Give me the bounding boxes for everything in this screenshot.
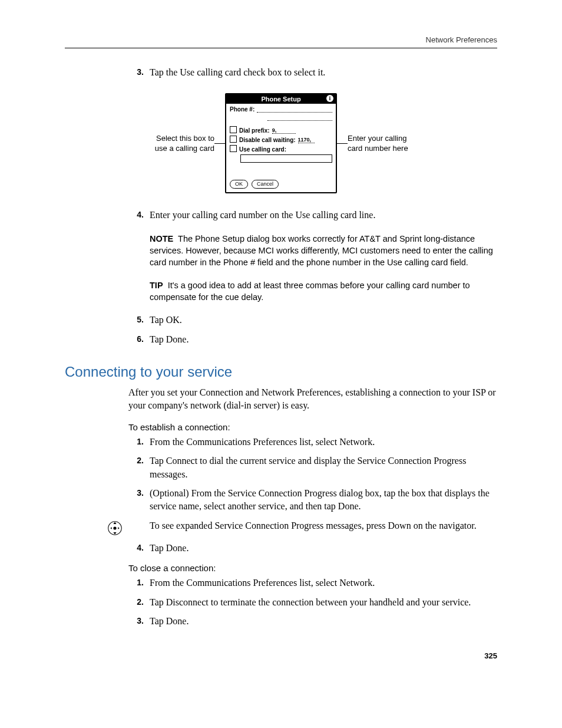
page-number: 325: [65, 651, 497, 660]
step-number: 2.: [128, 454, 150, 481]
calling-card-field[interactable]: [240, 154, 332, 163]
step-number: 3.: [128, 615, 150, 628]
step-item: 3. Tap Done.: [128, 615, 497, 628]
figure: Select this box to use a calling card Ph…: [65, 93, 497, 193]
subsection-heading: To close a connection:: [128, 563, 497, 573]
cancel-button[interactable]: Cancel: [252, 180, 279, 189]
tip-text: It's a good idea to add at least three c…: [150, 281, 470, 302]
step-item: 2. Tap Disconnect to terminate the conne…: [128, 596, 497, 609]
step-number: 5.: [128, 314, 150, 327]
step-item: 6. Tap Done.: [128, 333, 497, 346]
step-list-a: 3. Tap the Use calling card check box to…: [128, 66, 497, 79]
navigator-tip-row: To see expanded Service Connection Progr…: [107, 519, 497, 536]
svg-marker-4: [110, 527, 112, 529]
disable-cw-label: Disable call waiting:: [239, 137, 296, 143]
note-label: NOTE: [150, 234, 173, 243]
dial-prefix-label: Dial prefix:: [239, 127, 270, 134]
step-text: Tap Done.: [150, 615, 497, 628]
svg-marker-3: [113, 532, 116, 534]
running-header: Network Preferences: [65, 35, 497, 44]
svg-marker-2: [113, 522, 116, 523]
step-number: 4.: [128, 542, 150, 555]
phone-number-field-2[interactable]: [267, 114, 332, 121]
step-text: Tap the Use calling card check box to se…: [150, 66, 497, 79]
step-text: From the Communications Preferences list…: [150, 436, 497, 449]
step-text: Tap Done.: [150, 542, 497, 555]
use-card-checkbox[interactable]: [230, 145, 237, 152]
phone-setup-dialog: Phone Setup i Phone #: Dial prefix: 9,: [225, 93, 337, 193]
step-number: 1.: [128, 436, 150, 449]
step-text: (Optional) From the Service Connection P…: [150, 487, 497, 513]
step-item: 3. (Optional) From the Service Connectio…: [128, 487, 497, 513]
close-steps: 1. From the Communications Preferences l…: [128, 577, 497, 628]
step-text: From the Communications Preferences list…: [150, 577, 497, 589]
dialog-title: Phone Setup: [261, 95, 300, 103]
navigator-tip-text: To see expanded Service Connection Progr…: [150, 519, 497, 532]
step-item: 4. Tap Done.: [128, 542, 497, 555]
connector-line: [337, 143, 348, 144]
step-item: 1. From the Communications Preferences l…: [128, 436, 497, 449]
disable-cw-field[interactable]: 1170,: [298, 137, 315, 143]
step-number: 4.: [128, 209, 150, 222]
callout-left: Select this box to use a calling card: [150, 133, 214, 154]
callout-right: Enter your calling card number here: [348, 133, 412, 154]
establish-steps: 1. From the Communications Preferences l…: [128, 436, 497, 513]
dial-prefix-field[interactable]: 9,: [272, 127, 296, 134]
step-item: 1. From the Communications Preferences l…: [128, 577, 497, 589]
step-number: 1.: [128, 577, 150, 589]
tip-label: TIP: [150, 281, 163, 290]
section-intro: After you set your Connection and Networ…: [128, 386, 497, 413]
info-icon[interactable]: i: [326, 95, 333, 102]
dial-prefix-checkbox[interactable]: [230, 126, 237, 133]
header-rule: [65, 48, 497, 48]
subsection-heading: To establish a connection:: [128, 422, 497, 432]
svg-point-1: [113, 526, 116, 529]
step-text: Tap Disconnect to terminate the connecti…: [150, 596, 497, 609]
phone-number-field[interactable]: [257, 106, 332, 113]
dialog-titlebar: Phone Setup i: [226, 94, 336, 104]
step-text: Tap Connect to dial the current service …: [150, 454, 497, 481]
step-item: 5. Tap OK.: [128, 314, 497, 327]
phone-number-label: Phone #:: [230, 106, 254, 113]
step-text: Tap Done.: [150, 333, 497, 346]
connector-line: [214, 143, 225, 144]
establish-steps-after: 4. Tap Done.: [128, 542, 497, 555]
step-item: 2. Tap Connect to dial the current servi…: [128, 454, 497, 481]
step-number: 3.: [128, 66, 150, 79]
step-item: 4. Enter your calling card number on the…: [128, 209, 497, 222]
step-list-c: 5. Tap OK. 6. Tap Done.: [128, 314, 497, 346]
step-text: Tap OK.: [150, 314, 497, 327]
tip-block: TIP It's a good idea to add at least thr…: [150, 279, 497, 304]
svg-marker-5: [118, 527, 120, 529]
navigator-icon: [107, 521, 123, 536]
step-number: 2.: [128, 596, 150, 609]
use-card-label: Use calling card:: [239, 146, 286, 153]
step-list-b: 4. Enter your calling card number on the…: [128, 209, 497, 222]
step-item: 3. Tap the Use calling card check box to…: [128, 66, 497, 79]
section-heading: Connecting to your service: [65, 364, 497, 380]
step-number: 6.: [128, 333, 150, 346]
ok-button[interactable]: OK: [230, 180, 248, 189]
note-text: The Phone Setup dialog box works correct…: [150, 234, 493, 268]
step-text: Enter your calling card number on the Us…: [150, 209, 497, 222]
step-number: 3.: [128, 487, 150, 513]
note-block: NOTE The Phone Setup dialog box works co…: [150, 233, 497, 269]
disable-cw-checkbox[interactable]: [230, 136, 237, 143]
